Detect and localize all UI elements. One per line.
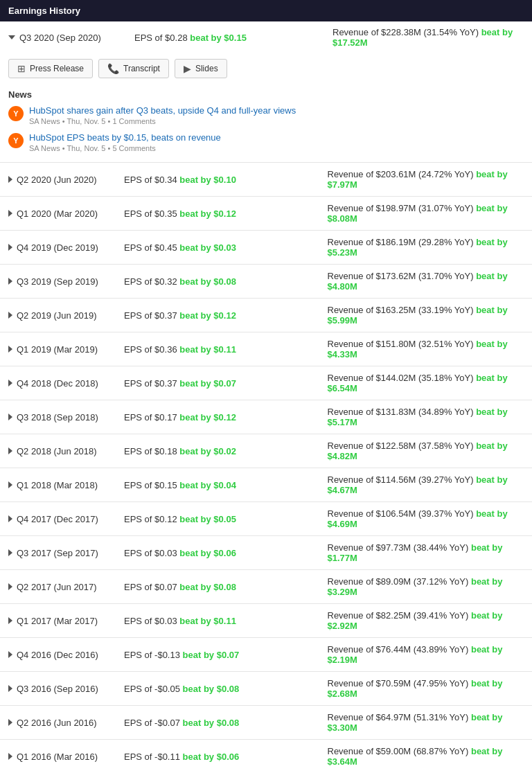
chevron-right-icon-7	[8, 414, 12, 420]
earnings-row-3[interactable]: Q3 2019 (Sep 2019) EPS of $0.32 beat by …	[0, 264, 532, 298]
press-release-icon: ⊞	[17, 63, 26, 74]
quarter-label-12: Q2 2017 (Jun 2017)	[17, 582, 124, 592]
news-item-2: Y HubSpot EPS beats by $0.15, beats on r…	[8, 132, 524, 152]
revenue-text-12: Revenue of $89.09M (37.12% YoY) beat by …	[321, 576, 524, 597]
quarter-label-17: Q1 2016 (Mar 2016)	[17, 752, 124, 762]
quarter-label-6: Q4 2018 (Dec 2018)	[17, 378, 124, 389]
chevron-right-icon-16	[8, 719, 12, 726]
chevron-right-icon-0	[8, 176, 12, 183]
news-content-2: HubSpot EPS beats by $0.15, beats on rev…	[29, 132, 221, 152]
earnings-row-1[interactable]: Q1 2020 (Mar 2020) EPS of $0.35 beat by …	[0, 196, 532, 230]
eps-text-7: EPS of $0.17 beat by $0.12	[124, 412, 321, 423]
revenue-text-4: Revenue of $163.25M (33.19% YoY) beat by…	[321, 305, 524, 326]
revenue-text-1: Revenue of $198.97M (31.07% YoY) beat by…	[321, 203, 524, 224]
chevron-right-icon-6	[8, 380, 12, 386]
chevron-down-icon	[8, 35, 15, 39]
earnings-row-14[interactable]: Q4 2016 (Dec 2016) EPS of -$0.13 beat by…	[0, 637, 532, 671]
revenue-text-6: Revenue of $144.02M (35.18% YoY) beat by…	[321, 373, 524, 393]
transcript-icon: 📞	[107, 63, 119, 74]
quarter-label-16: Q2 2016 (Jun 2016)	[17, 718, 124, 728]
revenue-text-11: Revenue of $97.73M (38.44% YoY) beat by …	[321, 542, 524, 563]
quarter-label-3: Q3 2019 (Sep 2019)	[17, 276, 124, 287]
chevron-right-icon-11	[8, 549, 12, 556]
quarter-label-14: Q4 2016 (Dec 2016)	[17, 650, 124, 660]
transcript-label: Transcript	[123, 64, 160, 73]
eps-text-17: EPS of -$0.11 beat by $0.06	[124, 752, 321, 762]
chevron-right-icon-13	[8, 617, 12, 624]
quarter-label-15: Q3 2016 (Sep 2016)	[17, 684, 124, 694]
slides-button[interactable]: ▶ Slides	[175, 59, 227, 78]
quarter-label-5: Q1 2019 (Mar 2019)	[17, 344, 124, 355]
slides-label: Slides	[195, 64, 218, 73]
eps-text-6: EPS of $0.37 beat by $0.07	[124, 378, 321, 389]
slides-icon: ▶	[184, 63, 191, 74]
news-content-1: HubSpot shares gain after Q3 beats, upsi…	[29, 105, 296, 125]
eps-text-15: EPS of -$0.05 beat by $0.08	[124, 684, 321, 694]
earnings-history-title: Earnings History	[8, 6, 80, 16]
earnings-row-6[interactable]: Q4 2018 (Dec 2018) EPS of $0.37 beat by …	[0, 366, 532, 400]
eps-text-10: EPS of $0.12 beat by $0.05	[124, 514, 321, 524]
eps-text-12: EPS of $0.07 beat by $0.08	[124, 582, 321, 592]
quarter-label-1: Q1 2020 (Mar 2020)	[17, 208, 124, 219]
news-meta-2: SA News • Thu, Nov. 5 • 5 Comments	[29, 144, 221, 152]
eps-text-16: EPS of -$0.07 beat by $0.08	[124, 718, 321, 728]
q3-2020-row-expanded[interactable]: Q3 2020 (Sep 2020) EPS of $0.28 beat by …	[0, 21, 532, 53]
quarter-label-2: Q4 2019 (Dec 2019)	[17, 242, 124, 253]
eps-text-4: EPS of $0.37 beat by $0.12	[124, 310, 321, 321]
revenue-text-14: Revenue of $76.44M (43.89% YoY) beat by …	[321, 644, 524, 665]
news-section: News Y HubSpot shares gain after Q3 beat…	[0, 84, 532, 162]
earnings-row-0[interactable]: Q2 2020 (Jun 2020) EPS of $0.34 beat by …	[0, 162, 532, 196]
earnings-row-13[interactable]: Q1 2017 (Mar 2017) EPS of $0.03 beat by …	[0, 603, 532, 637]
press-release-label: Press Release	[30, 64, 84, 73]
transcript-button[interactable]: 📞 Transcript	[98, 59, 169, 78]
earnings-row-12[interactable]: Q2 2017 (Jun 2017) EPS of $0.07 beat by …	[0, 569, 532, 603]
q3-2020-eps: EPS of $0.28 beat by $0.15	[134, 33, 326, 43]
earnings-row-7[interactable]: Q3 2018 (Sep 2018) EPS of $0.17 beat by …	[0, 400, 532, 434]
eps-text-11: EPS of $0.03 beat by $0.06	[124, 548, 321, 558]
chevron-right-icon-15	[8, 685, 12, 692]
quarter-label-8: Q2 2018 (Jun 2018)	[17, 446, 124, 456]
eps-text-9: EPS of $0.15 beat by $0.04	[124, 480, 321, 490]
earnings-row-9[interactable]: Q1 2018 (Mar 2018) EPS of $0.15 beat by …	[0, 468, 532, 501]
quarter-label-4: Q2 2019 (Jun 2019)	[17, 310, 124, 321]
revenue-text-0: Revenue of $203.61M (24.72% YoY) beat by…	[321, 169, 524, 190]
earnings-row-16[interactable]: Q2 2016 (Jun 2016) EPS of -$0.07 beat by…	[0, 705, 532, 739]
earnings-row-17[interactable]: Q1 2016 (Mar 2016) EPS of -$0.11 beat by…	[0, 739, 532, 773]
chevron-right-icon-4	[8, 312, 12, 319]
chevron-right-icon-10	[8, 515, 12, 522]
eps-text-2: EPS of $0.45 beat by $0.03	[124, 242, 321, 253]
news-title-1[interactable]: HubSpot shares gain after Q3 beats, upsi…	[29, 105, 296, 116]
earnings-row-11[interactable]: Q3 2017 (Sep 2017) EPS of $0.03 beat by …	[0, 535, 532, 569]
press-release-button[interactable]: ⊞ Press Release	[8, 59, 93, 78]
revenue-text-10: Revenue of $106.54M (39.37% YoY) beat by…	[321, 508, 524, 529]
chevron-right-icon-3	[8, 278, 12, 285]
earnings-row-15[interactable]: Q3 2016 (Sep 2016) EPS of -$0.05 beat by…	[0, 671, 532, 705]
action-buttons-row: ⊞ Press Release 📞 Transcript ▶ Slides	[0, 53, 532, 84]
quarter-label-9: Q1 2018 (Mar 2018)	[17, 480, 124, 490]
earnings-row-2[interactable]: Q4 2019 (Dec 2019) EPS of $0.45 beat by …	[0, 230, 532, 264]
quarter-label-11: Q3 2017 (Sep 2017)	[17, 548, 124, 558]
earnings-row-8[interactable]: Q2 2018 (Jun 2018) EPS of $0.18 beat by …	[0, 434, 532, 468]
eps-text-0: EPS of $0.34 beat by $0.10	[124, 175, 321, 185]
news-item-1: Y HubSpot shares gain after Q3 beats, up…	[8, 105, 524, 125]
earnings-row-5[interactable]: Q1 2019 (Mar 2019) EPS of $0.36 beat by …	[0, 332, 532, 366]
earnings-row-10[interactable]: Q4 2017 (Dec 2017) EPS of $0.12 beat by …	[0, 501, 532, 535]
quarter-label-0: Q2 2020 (Jun 2020)	[17, 175, 124, 185]
quarter-label-10: Q4 2017 (Dec 2017)	[17, 514, 124, 524]
revenue-text-9: Revenue of $114.56M (39.27% YoY) beat by…	[321, 474, 524, 495]
news-title-2[interactable]: HubSpot EPS beats by $0.15, beats on rev…	[29, 132, 221, 143]
revenue-text-7: Revenue of $131.83M (34.89% YoY) beat by…	[321, 407, 524, 427]
chevron-right-icon-2	[8, 244, 12, 251]
chevron-right-icon-9	[8, 481, 12, 488]
revenue-text-15: Revenue of $70.59M (47.95% YoY) beat by …	[321, 678, 524, 699]
revenue-text-17: Revenue of $59.00M (68.87% YoY) beat by …	[321, 746, 524, 767]
quarter-label-13: Q1 2017 (Mar 2017)	[17, 616, 124, 626]
q3-2020-revenue: Revenue of $228.38M (31.54% YoY) beat by…	[326, 27, 524, 48]
chevron-right-icon-17	[8, 753, 12, 760]
news-label: News	[8, 89, 524, 100]
q3-2020-quarter-label: Q3 2020 (Sep 2020)	[19, 33, 123, 43]
chevron-right-icon-1	[8, 210, 12, 217]
earnings-row-4[interactable]: Q2 2019 (Jun 2019) EPS of $0.37 beat by …	[0, 298, 532, 332]
eps-text-8: EPS of $0.18 beat by $0.02	[124, 446, 321, 456]
news-meta-1: SA News • Thu, Nov. 5 • 1 Comments	[29, 117, 296, 125]
